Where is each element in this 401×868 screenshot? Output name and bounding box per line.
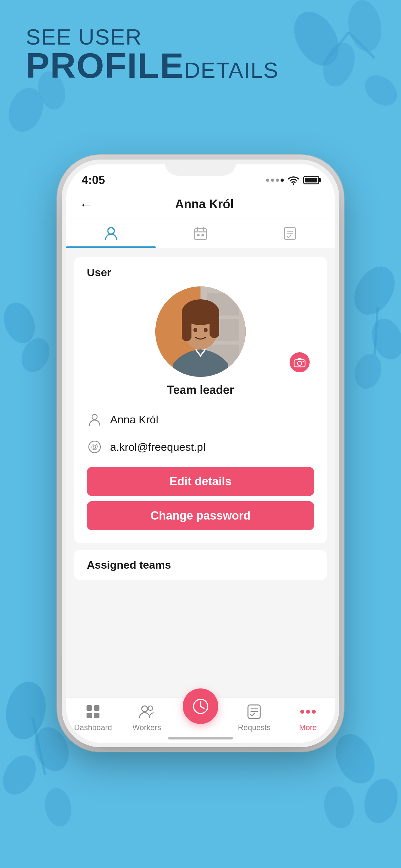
svg-point-3 [359,69,401,112]
nav-item-requests[interactable]: Requests [227,703,281,732]
dashboard-icon [84,703,102,720]
svg-point-56 [148,706,153,710]
svg-point-17 [42,786,74,829]
main-content: User [66,248,335,698]
svg-point-20 [360,775,401,827]
person-icon [87,412,102,427]
calendar-tab-icon [192,225,209,242]
svg-line-4 [323,32,349,65]
phone-body: 4:05 [62,159,339,747]
tab-calendar[interactable] [156,219,245,248]
profile-tabs [66,219,335,248]
svg-rect-51 [87,705,92,711]
svg-point-43 [193,328,197,332]
svg-point-55 [142,706,148,712]
back-button[interactable]: ← [79,196,93,213]
email-icon: @ [87,439,102,455]
nav-item-dashboard[interactable]: Dashboard [66,703,120,732]
svg-rect-53 [87,713,92,718]
workers-icon [138,703,156,720]
camera-badge[interactable] [288,351,311,374]
tab-tasks[interactable] [245,219,335,248]
card-section-label: User [87,266,314,279]
center-fab-button[interactable] [183,688,218,724]
svg-point-44 [204,328,208,332]
svg-point-47 [303,361,304,362]
phone-notch [165,159,236,176]
clock-icon [192,698,210,715]
svg-point-23 [108,228,114,234]
svg-point-0 [285,4,348,73]
requests-icon [245,703,263,720]
wifi-icon [288,176,299,185]
phone-mockup: 4:05 [62,159,339,747]
assigned-teams-section: Assigned teams [74,550,327,580]
more-label: More [299,723,317,732]
battery-icon [303,176,319,184]
svg-point-6 [3,83,49,136]
home-indicator [168,737,233,740]
svg-point-21 [321,784,357,831]
camera-icon [294,357,306,368]
tasks-tab-icon [282,225,298,242]
svg-point-12 [0,299,40,348]
dashboard-label: Dashboard [74,723,112,732]
status-time: 4:05 [82,174,105,187]
nav-header: ← Anna Król [66,190,335,219]
user-email-row: @ a.krol@freequest.pl [87,433,314,461]
header-see: SEE USER [26,26,279,48]
svg-line-18 [32,717,45,775]
svg-point-16 [0,749,42,801]
svg-point-13 [17,334,55,377]
svg-rect-28 [197,234,199,237]
svg-point-48 [92,414,97,420]
avatar [155,286,246,377]
header-text-block: SEE USER PROFILE DETAILS [26,26,279,83]
avatar-container [87,286,314,377]
requests-label: Requests [238,723,271,732]
page-title: Anna Król [103,197,306,211]
signal-icon [266,179,284,182]
assigned-teams-label: Assigned teams [87,559,171,571]
tab-user[interactable] [66,219,156,248]
edit-details-button[interactable]: Edit details [87,467,314,496]
user-name: Anna Król [110,413,158,426]
svg-rect-29 [202,234,204,237]
svg-point-22 [293,183,295,185]
svg-point-2 [344,0,385,54]
user-name-row: Anna Król [87,406,314,433]
user-role: Team leader [87,383,314,397]
nav-item-more[interactable]: More [281,703,335,732]
svg-rect-41 [182,312,191,341]
header-profile: PROFILE [26,48,184,83]
user-tab-icon [103,225,119,242]
svg-point-10 [351,351,385,392]
svg-rect-42 [210,312,219,338]
svg-line-59 [201,706,204,709]
header-details: DETAILS [184,59,279,81]
status-icons [266,176,319,185]
svg-line-11 [374,307,378,355]
user-card: User [74,257,327,543]
svg-rect-54 [94,713,99,718]
avatar-image [155,286,246,377]
change-password-button[interactable]: Change password [87,501,314,530]
svg-text:@: @ [91,442,98,451]
svg-point-1 [318,38,360,91]
more-icon [299,703,317,720]
svg-rect-52 [94,705,99,711]
svg-line-5 [349,32,374,58]
svg-point-14 [2,678,50,742]
svg-point-9 [366,314,401,364]
workers-label: Workers [132,723,161,732]
svg-rect-24 [194,228,207,240]
user-email: a.krol@freequest.pl [110,441,205,454]
svg-point-8 [346,259,401,322]
bottom-nav: Dashboard Workers [66,698,335,743]
nav-item-workers[interactable]: Workers [120,703,174,732]
phone-screen: 4:05 [66,164,335,743]
svg-point-46 [298,361,302,366]
